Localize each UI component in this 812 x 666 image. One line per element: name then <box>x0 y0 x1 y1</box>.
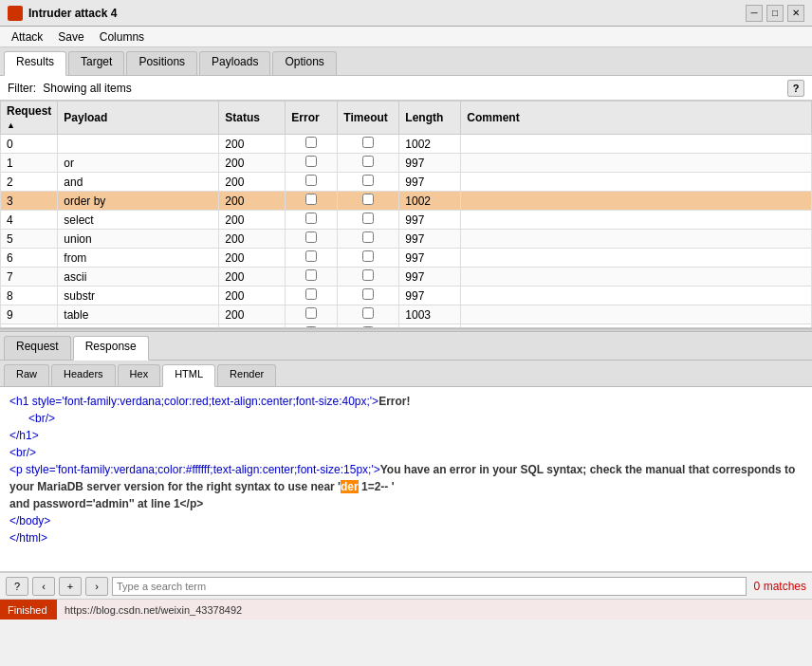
code-line-7: </body> <box>9 512 803 529</box>
tab-response[interactable]: Response <box>73 336 149 361</box>
table-row[interactable]: 9 table 200 1003 <box>1 305 812 324</box>
code-line-4: <br/> <box>9 444 803 461</box>
prev-button[interactable]: ‹ <box>32 577 55 596</box>
cell-error[interactable] <box>286 230 338 249</box>
help-nav-button[interactable]: ? <box>6 577 28 596</box>
table-row[interactable]: 4 select 200 997 <box>1 211 812 230</box>
cell-error[interactable] <box>286 211 338 230</box>
table-row[interactable]: 5 union 200 997 <box>1 230 812 249</box>
cell-payload: from <box>58 249 219 268</box>
menu-save[interactable]: Save <box>50 28 91 46</box>
cell-comment <box>461 249 812 268</box>
col-length[interactable]: Length <box>399 102 461 135</box>
col-timeout[interactable]: Timeout <box>338 102 399 135</box>
table-row[interactable]: 3 order by 200 1002 <box>1 192 812 211</box>
window-controls: ─ □ ✕ <box>746 5 804 22</box>
cell-timeout[interactable] <box>338 154 399 173</box>
cell-timeout[interactable] <box>338 287 399 305</box>
status-finished: Finished <box>0 600 57 620</box>
cell-comment <box>461 268 812 287</box>
cell-error[interactable] <box>286 305 338 324</box>
tab-headers[interactable]: Headers <box>51 364 116 386</box>
cell-error[interactable] <box>286 287 338 305</box>
tab-target[interactable]: Target <box>68 51 124 75</box>
help-button[interactable]: ? <box>787 80 804 97</box>
cell-payload: ascii <box>58 268 219 287</box>
cell-length: 1003 <box>399 305 461 324</box>
table-row[interactable]: 1 or 200 997 <box>1 154 812 173</box>
cell-timeout[interactable] <box>338 249 399 268</box>
cell-timeout[interactable] <box>338 135 399 154</box>
cell-status: 200 <box>219 135 286 154</box>
cell-length: 997 <box>399 230 461 249</box>
menu-attack[interactable]: Attack <box>4 28 50 46</box>
next-button-plus[interactable]: + <box>59 577 82 596</box>
cell-timeout[interactable] <box>338 230 399 249</box>
cell-payload: table <box>58 305 219 324</box>
cell-comment <box>461 305 812 324</box>
cell-request: 0 <box>1 135 58 154</box>
minimize-button[interactable]: ─ <box>746 5 763 22</box>
main-tabs: Results Target Positions Payloads Option… <box>0 47 812 76</box>
cell-error[interactable] <box>286 268 338 287</box>
cell-request: 4 <box>1 211 58 230</box>
cell-timeout[interactable] <box>338 268 399 287</box>
cell-timeout[interactable] <box>338 324 399 329</box>
cell-status: 200 <box>219 154 286 173</box>
cell-length: 997 <box>399 249 461 268</box>
cell-comment <box>461 211 812 230</box>
maximize-button[interactable]: □ <box>766 5 784 22</box>
table-row[interactable]: 7 ascii 200 997 <box>1 268 812 287</box>
cell-request: 2 <box>1 173 58 192</box>
tab-raw[interactable]: Raw <box>4 364 49 386</box>
tab-render[interactable]: Render <box>217 364 276 386</box>
table-row[interactable]: 8 substr 200 997 <box>1 287 812 305</box>
next-button[interactable]: › <box>85 577 108 596</box>
col-request[interactable]: Request <box>1 102 58 135</box>
cell-length: 1002 <box>399 135 461 154</box>
col-error[interactable]: Error <box>286 102 338 135</box>
cell-status: 200 <box>219 249 286 268</box>
tab-positions[interactable]: Positions <box>126 51 197 75</box>
cell-comment <box>461 173 812 192</box>
results-table: Request Payload Status Error Timeout Len… <box>0 101 812 328</box>
cell-length: 997 <box>399 173 461 192</box>
tab-request[interactable]: Request <box>4 336 71 360</box>
col-payload[interactable]: Payload <box>58 102 219 135</box>
table-row[interactable]: 10 column 200 1004 <box>1 324 812 329</box>
cell-error[interactable] <box>286 154 338 173</box>
tab-payloads[interactable]: Payloads <box>199 51 270 75</box>
cell-length: 997 <box>399 211 461 230</box>
table-row[interactable]: 2 and 200 997 <box>1 173 812 192</box>
tab-hex[interactable]: Hex <box>118 364 161 386</box>
tab-options[interactable]: Options <box>272 51 336 75</box>
cell-request: 9 <box>1 305 58 324</box>
table-row[interactable]: 6 from 200 997 <box>1 249 812 268</box>
cell-error[interactable] <box>286 135 338 154</box>
cell-comment <box>461 154 812 173</box>
cell-payload: column <box>58 324 219 329</box>
code-line-8: </html> <box>9 529 803 546</box>
search-input[interactable] <box>112 577 747 596</box>
close-button[interactable]: ✕ <box>787 5 804 22</box>
cell-error[interactable] <box>286 192 338 211</box>
cell-error[interactable] <box>286 324 338 329</box>
view-tabs: Raw Headers Hex HTML Render <box>0 361 812 387</box>
tab-html[interactable]: HTML <box>162 364 215 387</box>
cell-error[interactable] <box>286 173 338 192</box>
cell-timeout[interactable] <box>338 305 399 324</box>
cell-timeout[interactable] <box>338 211 399 230</box>
cell-error[interactable] <box>286 249 338 268</box>
col-status[interactable]: Status <box>219 102 286 135</box>
status-bar: Finished https://blog.csdn.net/weixin_43… <box>0 599 812 620</box>
cell-request: 8 <box>1 287 58 305</box>
table-row[interactable]: 0 200 1002 <box>1 135 812 154</box>
cell-timeout[interactable] <box>338 173 399 192</box>
title-bar: Intruder attack 4 ─ □ ✕ <box>0 0 812 27</box>
cell-timeout[interactable] <box>338 192 399 211</box>
tab-results[interactable]: Results <box>4 51 66 76</box>
cell-request: 3 <box>1 192 58 211</box>
menu-bar: Attack Save Columns <box>0 27 812 47</box>
menu-columns[interactable]: Columns <box>92 28 152 46</box>
col-comment[interactable]: Comment <box>461 102 812 135</box>
